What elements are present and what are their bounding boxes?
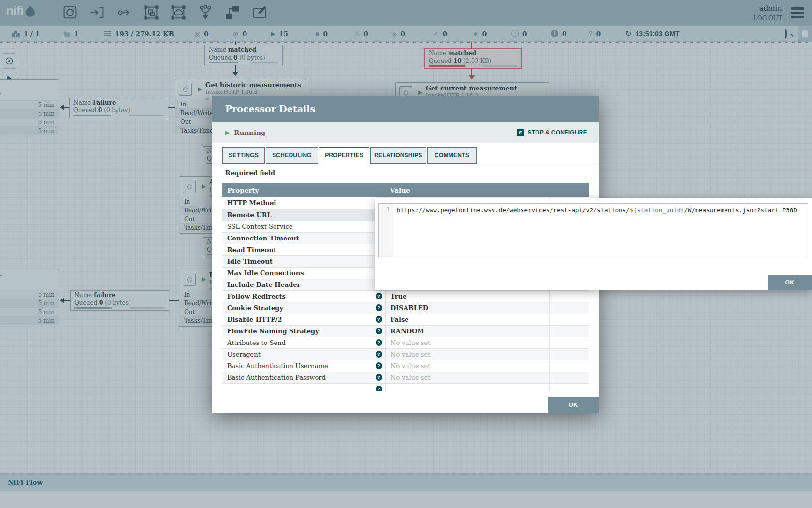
property-name: Follow Redirects [227,293,286,300]
property-value[interactable]: No value set [391,339,430,346]
tab-comments[interactable]: COMMENTS [427,147,477,164]
property-value[interactable]: No value set [391,374,430,381]
property-row-attributes-to-send[interactable]: Attributes to Send?No value set [222,337,589,348]
required-field-note: Required field [225,169,275,177]
line-number-gutter: 1 [379,204,393,257]
property-row-partial[interactable]: ? [222,383,589,391]
help-icon[interactable]: ? [376,304,382,311]
property-name: SSL Context Service [227,223,292,230]
property-name: Connection Timeout [227,235,299,242]
dialog-title: Processor Details [212,96,599,122]
property-value[interactable]: No value set [391,351,430,358]
tab-relationships[interactable]: RELATIONSHIPS [370,147,426,164]
property-row-cookie-strategy[interactable]: Cookie Strategy?DISABLED [222,302,589,314]
run-state: ▶ Running [225,129,265,136]
running-icon: ▶ [225,129,230,136]
dialog-titlebar[interactable]: Processor Details [212,96,599,122]
tab-settings[interactable]: SETTINGS [222,147,265,164]
property-name: HTTP Method [227,199,276,207]
property-name: Idle Timeout [227,258,273,265]
property-value[interactable]: True [391,293,406,300]
dialog-tabs: SETTINGSSCHEDULINGPROPERTIESRELATIONSHIP… [222,147,477,164]
value-editor[interactable]: 1 https://www.pegelonline.wsv.de/webserv… [378,203,808,257]
property-name: Disable HTTP/2 [227,316,282,323]
dialog-status-strip: ▶ Running ⚙ STOP & CONFIGURE [212,122,599,143]
stop-and-configure-button[interactable]: ⚙ STOP & CONFIGURE [517,129,587,136]
properties-table-header: Property Value [222,183,589,197]
property-row-disable-http-2[interactable]: Disable HTTP/2?False [222,314,589,325]
property-name: Read Timeout [227,246,276,254]
value-column-header: Value [385,183,549,197]
nifi-app: nifi admin LOG OUT ↻ 13:51:03 GMT 1 / 1▦… [0,0,812,508]
property-value[interactable]: False [391,316,408,323]
help-icon[interactable]: ? [376,386,382,391]
property-name: Useragent [227,351,261,358]
code-segment-plain: https://www.pegelonline.wsv.de/webservic… [397,207,630,214]
help-icon[interactable]: ? [376,362,382,369]
property-row-useragent[interactable]: Useragent?No value set [222,348,589,360]
ok-button[interactable]: OK [548,397,599,413]
property-value[interactable]: DISABLED [391,304,428,312]
help-icon[interactable]: ? [376,374,382,381]
property-value[interactable]: No value set [391,362,430,370]
tab-properties[interactable]: PROPERTIES [319,147,369,164]
property-value[interactable]: RANDOM [391,328,424,335]
property-name: Attributes to Send [227,339,286,346]
editor-ok-button[interactable]: OK [768,275,812,290]
stop-configure-label: STOP & CONFIGURE [528,129,587,136]
value-editor-popup: 1 https://www.pegelonline.wsv.de/webserv… [375,198,812,290]
code-segment-variable: station_uuid [637,207,681,214]
property-column-header: Property [222,183,385,197]
tab-scheduling[interactable]: SCHEDULING [266,147,318,164]
help-icon[interactable]: ? [376,316,382,323]
code-segment-bracket: ${ [630,207,637,214]
code-segment-plain: /W/measurements.json?start=P30D [684,207,797,214]
property-name: Basic Authentication Username [227,362,328,370]
value-editor-code[interactable]: https://www.pegelonline.wsv.de/webservic… [393,204,808,257]
help-icon[interactable]: ? [376,351,382,358]
property-name: Max Idle Connections [227,269,304,277]
code-segment-bracket: } [681,207,684,214]
property-name: Include Date Header [227,281,300,288]
property-name: Remote URL [227,211,272,219]
property-row-follow-redirects[interactable]: Follow Redirects?True [222,290,589,302]
gear-icon: ⚙ [517,129,524,136]
property-name: FlowFile Naming Strategy [227,328,319,335]
property-name: Basic Authentication Password [227,374,326,381]
property-row-flowfile-naming-strategy[interactable]: FlowFile Naming Strategy?RANDOM [222,325,589,337]
help-icon[interactable]: ? [376,339,382,346]
property-row-basic-authentication-username[interactable]: Basic Authentication Username?No value s… [222,360,589,372]
run-state-label: Running [234,129,265,136]
property-name: Cookie Strategy [227,304,283,312]
help-icon[interactable]: ? [376,328,382,334]
help-icon[interactable]: ? [376,293,382,299]
property-row-basic-authentication-password[interactable]: Basic Authentication Password?No value s… [222,372,589,383]
